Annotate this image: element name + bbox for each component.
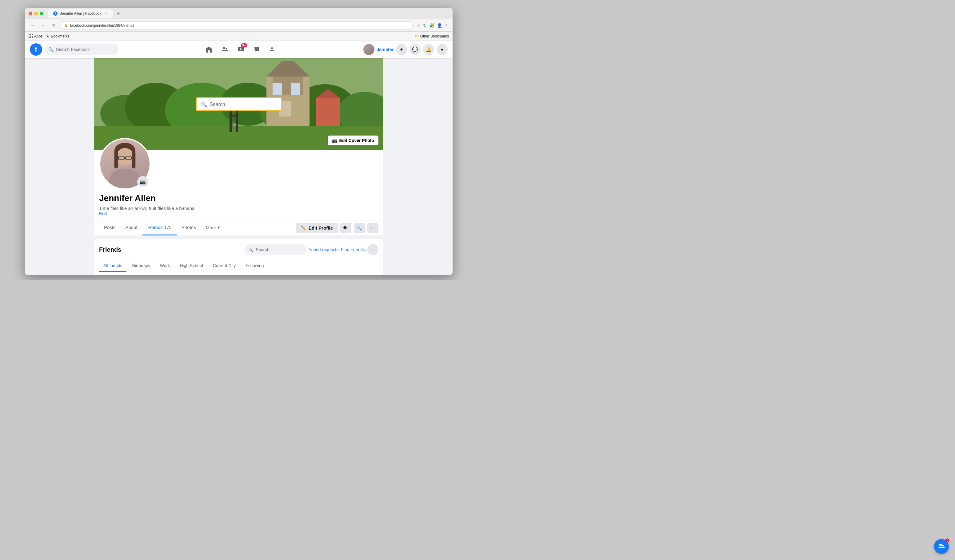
more-options-button[interactable]: ··· bbox=[367, 223, 379, 233]
bookmarks-bar: Apps ★ Bookmarks 📁 Other Bookmarks bbox=[25, 32, 452, 41]
close-button[interactable] bbox=[29, 12, 32, 16]
star-icon[interactable]: ☆ bbox=[416, 23, 421, 28]
friends-more-button[interactable]: ··· bbox=[367, 244, 379, 255]
forward-button[interactable]: → bbox=[39, 22, 47, 30]
friends-filter-tab[interactable]: Following bbox=[241, 260, 268, 272]
chevron-down-icon: ▾ bbox=[218, 225, 220, 230]
facebook-logo[interactable]: f bbox=[30, 43, 42, 56]
edit-profile-label: Edit Profile bbox=[308, 225, 333, 231]
friends-section: Friends 🔍 Search Friend requests Find Fr… bbox=[94, 239, 384, 275]
tab-close-button[interactable]: ✕ bbox=[104, 11, 108, 16]
friends-search-bar[interactable]: 🔍 Search bbox=[244, 244, 306, 255]
view-as-button[interactable]: 👁 bbox=[340, 223, 351, 233]
avatar-camera-button[interactable]: 📷 bbox=[137, 176, 148, 187]
active-tab[interactable]: f Jennifer Allen | Facebook ✕ bbox=[48, 9, 113, 18]
tab-about[interactable]: About bbox=[121, 220, 142, 236]
url-text: facebook.com/jenniferallen1984/friends bbox=[70, 23, 135, 28]
svg-rect-17 bbox=[291, 83, 300, 95]
friends-filter-tab[interactable]: High School bbox=[175, 260, 207, 272]
svg-point-0 bbox=[223, 47, 225, 49]
user-name-nav[interactable]: Jennifer bbox=[377, 47, 393, 52]
nav-groups-icon[interactable] bbox=[266, 42, 280, 57]
tab-posts[interactable]: Posts bbox=[99, 220, 121, 236]
tab-title: Jennifer Allen | Facebook bbox=[60, 11, 102, 16]
refresh-icon[interactable]: ↻ bbox=[423, 23, 427, 28]
edit-bio-link[interactable]: Edit bbox=[99, 211, 107, 216]
svg-rect-25 bbox=[231, 115, 237, 117]
user-avatar-nav[interactable] bbox=[363, 44, 374, 55]
bookmarks-folder[interactable]: ★ Bookmarks bbox=[46, 34, 69, 38]
facebook-nav-right: Jennifer + 💬 🔔 ▾ bbox=[363, 44, 448, 55]
profile-action-buttons: ✏️ Edit Profile 👁 🔍 ··· bbox=[296, 223, 379, 233]
friends-filter-tab[interactable]: Work bbox=[156, 260, 174, 272]
notifications-icon[interactable]: 🔔 bbox=[423, 44, 434, 55]
search-icon: 🔍 bbox=[48, 47, 53, 52]
facebook-nav-icons: 9+ bbox=[121, 42, 361, 57]
apps-label: Apps bbox=[34, 34, 42, 38]
search-profile-button[interactable]: 🔍 bbox=[354, 223, 365, 233]
url-bar-actions: ☆ ↻ 🧩 👤 ⋮ bbox=[416, 23, 449, 28]
profile-name: Jennifer Allen bbox=[99, 193, 379, 203]
maximize-button[interactable] bbox=[40, 12, 43, 16]
title-bar: f Jennifer Allen | Facebook ✕ + bbox=[25, 8, 452, 19]
nav-watch-icon[interactable]: 9+ bbox=[233, 42, 248, 57]
tab-bar: f Jennifer Allen | Facebook ✕ + bbox=[48, 9, 122, 18]
facebook-page: f 🔍 Search Facebook 9+ bbox=[25, 41, 452, 275]
search-overlay[interactable]: 🔍 Search bbox=[196, 97, 282, 111]
profile-nav-tabs: Posts About Friends 175 Photos More ▾ bbox=[99, 220, 225, 236]
edit-profile-button[interactable]: ✏️ Edit Profile bbox=[296, 223, 338, 233]
find-friends-link[interactable]: Find Friends bbox=[341, 247, 365, 252]
tab-friends[interactable]: Friends 175 bbox=[142, 220, 177, 236]
lock-icon: 🔒 bbox=[64, 23, 68, 27]
messenger-icon[interactable]: 💬 bbox=[410, 44, 421, 55]
facebook-navbar: f 🔍 Search Facebook 9+ bbox=[25, 41, 452, 58]
facebook-search-bar[interactable]: 🔍 Search Facebook bbox=[45, 44, 119, 55]
svg-rect-16 bbox=[272, 83, 282, 95]
friends-header: Friends 🔍 Search Friend requests Find Fr… bbox=[99, 244, 379, 255]
watch-badge: 9+ bbox=[241, 43, 247, 47]
nav-friends-icon[interactable] bbox=[218, 42, 232, 57]
apps-bookmark[interactable]: Apps bbox=[29, 34, 42, 38]
traffic-lights bbox=[29, 12, 43, 16]
svg-point-4 bbox=[271, 47, 273, 49]
other-bookmarks-label: Other Bookmarks bbox=[420, 34, 449, 38]
menu-chevron-icon[interactable]: ▾ bbox=[437, 44, 448, 55]
svg-rect-35 bbox=[114, 151, 118, 168]
search-icon: 🔍 bbox=[356, 225, 362, 231]
profile-avatar-area: 📷 bbox=[94, 138, 384, 190]
search-overlay-icon: 🔍 bbox=[201, 101, 207, 107]
url-bar[interactable]: 🔒 facebook.com/jenniferallen1984/friends bbox=[60, 21, 413, 30]
friends-search-placeholder: Search bbox=[256, 247, 269, 252]
nav-home-icon[interactable] bbox=[202, 42, 216, 57]
extensions-icon[interactable]: 🧩 bbox=[429, 23, 434, 28]
new-tab-button[interactable]: + bbox=[114, 9, 122, 17]
nav-marketplace-icon[interactable] bbox=[249, 42, 264, 57]
other-bookmarks-icon: 📁 bbox=[415, 34, 419, 38]
nav-bar: ← → ↻ 🔒 facebook.com/jenniferallen1984/f… bbox=[25, 19, 452, 32]
svg-point-1 bbox=[225, 48, 227, 50]
svg-rect-36 bbox=[132, 151, 135, 168]
back-button[interactable]: ← bbox=[29, 22, 37, 30]
menu-icon[interactable]: ⋮ bbox=[445, 23, 449, 28]
search-placeholder: Search Facebook bbox=[56, 47, 90, 52]
apps-icon bbox=[29, 34, 33, 38]
minimize-button[interactable] bbox=[34, 12, 38, 16]
friend-requests-link[interactable]: Friend requests bbox=[308, 247, 338, 252]
profile-icon[interactable]: 👤 bbox=[437, 23, 442, 28]
tab-favicon: f bbox=[53, 11, 58, 16]
svg-rect-19 bbox=[316, 98, 340, 129]
ellipsis-icon: ··· bbox=[370, 225, 374, 231]
friends-search-icon: 🔍 bbox=[248, 247, 253, 252]
friends-filter-tab[interactable]: Birthdays bbox=[128, 260, 154, 272]
reload-button[interactable]: ↻ bbox=[50, 22, 58, 30]
eye-icon: 👁 bbox=[343, 225, 348, 231]
profile-info: Jennifer Allen Time flies like an arrow;… bbox=[94, 190, 384, 220]
friends-filter-tab[interactable]: All friends bbox=[99, 260, 127, 272]
tab-more[interactable]: More ▾ bbox=[201, 220, 225, 236]
tab-photos[interactable]: Photos bbox=[177, 220, 201, 236]
friends-filter-tab[interactable]: Current City bbox=[208, 260, 240, 272]
other-bookmarks[interactable]: 📁 Other Bookmarks bbox=[415, 34, 449, 38]
add-button[interactable]: + bbox=[396, 44, 407, 55]
friends-section-title: Friends bbox=[99, 246, 121, 253]
search-overlay-label: Search bbox=[210, 101, 225, 107]
